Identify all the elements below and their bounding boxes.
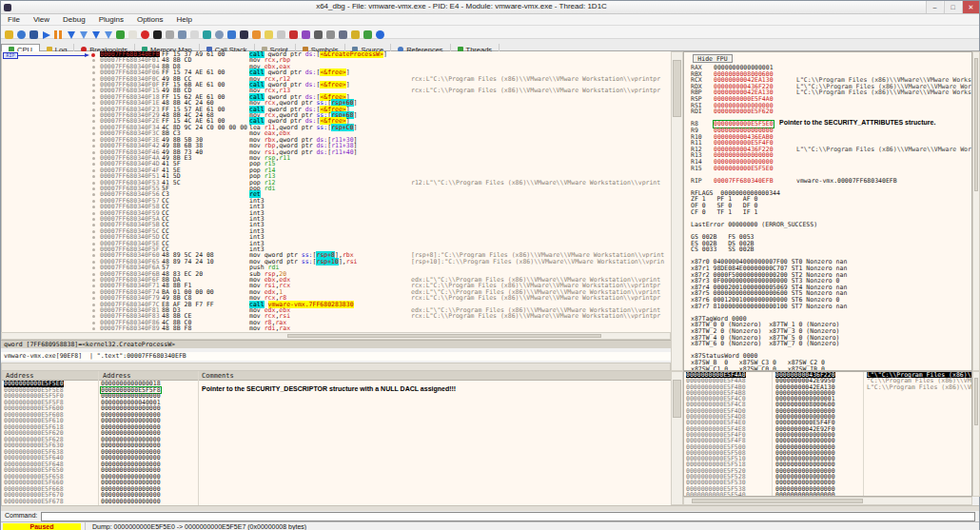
dump-row[interactable]: 0000000000E5F6780000000000000000 [2,499,671,505]
execute-till-return-icon[interactable] [114,26,127,39]
open-file-icon[interactable] [3,26,15,39]
register-line[interactable]: x87r7 81000000000000000100 ST7 Nonzero n… [684,304,971,310]
menu-item-plugins[interactable]: Plugins [92,14,130,26]
animate-into-icon-glyph [92,31,100,39]
stack-view[interactable]: 0000000000E5F4A0000000000436F220L"\"C:\\… [683,371,972,497]
maximize-button[interactable]: □ [944,1,961,13]
row-bullet [92,212,95,215]
row-bullet [92,243,95,245]
handles-icon[interactable] [188,26,201,39]
menu-item-help[interactable]: Help [170,14,199,26]
menu-item-debug[interactable]: Debug [56,14,92,26]
disassembly-view[interactable]: 00007FF680340EFBFF 15 37 A9 61 00call qw… [1,51,671,332]
memory-map-icon-glyph [153,30,162,39]
pencil-icon-glyph [252,30,261,39]
dump-vscrollbar[interactable] [671,371,683,505]
about-icon[interactable] [374,26,386,39]
calculator-icon[interactable] [238,26,250,39]
register-string: L"\"C:\\Program Files (x86)\\VMware\\VMw… [796,147,972,153]
dump-view[interactable]: Address Address Comments 0000000000E5F5E… [1,371,671,505]
register-line[interactable]: x87TW_6 0 (Nonzero) x87TW_7 0 (Nonzero) [684,341,971,347]
register-string: vmware-vmx.00007FF680340EFB [796,178,897,185]
instruction-bytes: 48 8B F8 [162,325,191,331]
register-line[interactable]: CS 0033 SS 002B [684,246,971,253]
row-bullet [92,248,95,251]
row-bullet [92,304,95,306]
modules-icon[interactable] [337,26,349,39]
menu-bar: FileViewDebugPluginsOptionsHelp [1,14,979,26]
register-line[interactable]: RIP00007FF680340EFBvmware-vmx.00007FF680… [684,178,971,185]
row-bullet [92,84,95,87]
step-over-icon[interactable] [77,26,89,39]
stack-hscrollbar[interactable] [683,497,972,505]
seh-chain-icon[interactable] [201,26,213,39]
module-info-line: vmware-vmx.exe[90EF8] | ".text":00007FF6… [1,352,671,361]
minimize-button[interactable]: – [926,1,943,13]
register-line[interactable]: RDI0000000000E5F620 [684,108,971,115]
close-button[interactable]: ✕ [962,1,979,13]
eraser-icon-glyph [277,30,285,39]
favourites-icon[interactable] [349,26,362,39]
find-icon[interactable] [213,26,225,39]
register-line[interactable]: R150000000000E5F5E0 [684,166,971,172]
windows-icon[interactable] [176,26,188,39]
register-text: x87TW_6 0 (Nonzero) x87TW_7 0 (Nonzero) [691,341,840,347]
animate-over-icon-glyph [105,31,112,39]
row-bullet [92,96,95,99]
scroll-thumb[interactable] [692,499,863,503]
fx-icon[interactable] [300,26,312,39]
scroll-thumb[interactable] [974,378,978,425]
pencil-icon[interactable] [250,26,263,39]
animate-over-icon[interactable] [102,26,114,39]
stack-vscrollbar[interactable] [972,371,980,497]
restart-icon[interactable] [15,26,28,39]
registers-view[interactable]: Hide FPU RAX0000000000000001RBX000000000… [683,51,972,371]
disassembly-row[interactable]: 00007FF680340F8948 8B F8mov rdi,rax [2,325,671,331]
menu-item-file[interactable]: File [1,14,27,26]
row-bullet [92,163,95,166]
row-bullet [92,291,95,294]
user-icon-glyph [326,30,335,39]
close-debuggee-icon[interactable] [28,26,40,39]
preferences-icon[interactable] [362,26,374,39]
font-icon[interactable] [312,26,324,39]
register-line[interactable]: LastError 00000000 (ERROR_SUCCESS) [684,222,971,228]
scroll-thumb[interactable] [673,380,681,418]
animate-into-icon[interactable] [89,26,102,39]
row-bullet [92,193,95,196]
hide-fpu-button[interactable]: Hide FPU [693,54,733,63]
breakpoint-dot[interactable] [91,53,95,57]
register-text: x87r7 81000000000000000100 ST7 Nonzero n… [691,304,847,310]
menu-item-view[interactable]: View [27,14,56,26]
disassembly-hscrollbar[interactable] [1,332,671,340]
register-line[interactable]: CF 0 TF 1 IF 1 [684,209,971,216]
highlight-icon[interactable] [225,26,238,39]
patches-icon[interactable] [164,26,176,39]
scroll-thumb[interactable] [673,60,681,117]
step-into-icon-glyph [68,31,75,39]
close-debuggee-icon-glyph [29,30,38,39]
notes-icon[interactable] [263,26,275,39]
row-bullet [92,309,95,312]
title-bar[interactable]: x64_dbg - File: vmware-vmx.exe - PID: E4… [1,1,979,14]
memory-map-icon[interactable] [151,26,164,39]
clear-icon[interactable] [287,26,300,39]
pause-icon[interactable] [52,26,65,39]
scroll-thumb[interactable] [287,334,601,338]
disassembly-vscrollbar[interactable] [671,51,683,371]
step-into-icon[interactable] [65,26,77,39]
eraser-icon[interactable] [275,26,287,39]
user-icon[interactable] [324,26,337,39]
registers-vscrollbar[interactable] [972,51,980,371]
script-icon-glyph [128,30,137,39]
restart-icon-glyph [17,30,26,39]
breakpoint-icon[interactable] [139,26,151,39]
command-input[interactable] [41,512,975,521]
x64dbg-window: x64_dbg - File: vmware-vmx.exe - PID: E4… [0,0,980,530]
run-icon[interactable] [40,26,52,39]
row-bullet [92,108,95,111]
script-icon[interactable] [127,26,139,39]
scroll-thumb[interactable] [974,58,978,191]
menu-item-options[interactable]: Options [130,14,170,26]
panel-splitter[interactable] [1,363,671,371]
